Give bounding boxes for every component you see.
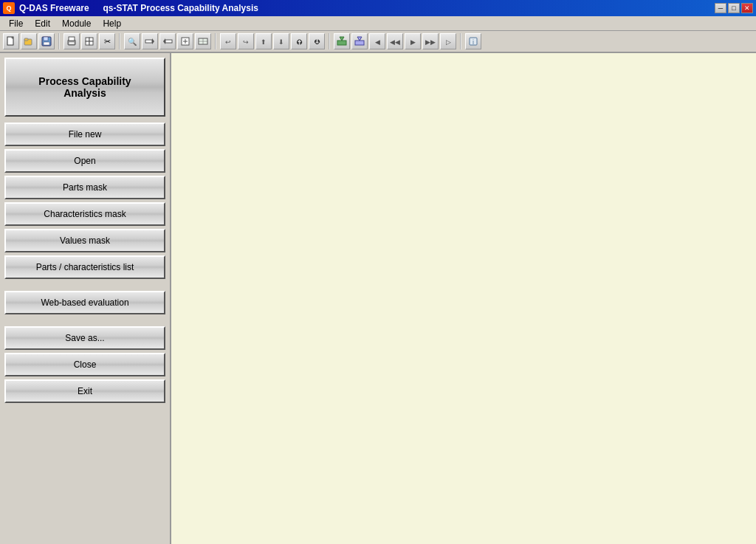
toolbar-btn13[interactable]: ↪ bbox=[238, 33, 254, 49]
toolbar-sep-4 bbox=[329, 33, 330, 49]
svg-rect-12 bbox=[86, 38, 89, 41]
toolbar-btn24[interactable]: ▷ bbox=[440, 33, 456, 49]
svg-text:◀◀: ◀◀ bbox=[390, 38, 400, 46]
close-button-sidebar[interactable]: Close bbox=[4, 353, 165, 376]
menu-file[interactable]: File bbox=[3, 17, 29, 30]
main-container: Process Capability Analysis File new Ope… bbox=[0, 53, 756, 544]
web-based-evaluation-button[interactable]: Web-based evaluation bbox=[4, 291, 165, 314]
toolbar-btn14[interactable]: ⬆ bbox=[255, 33, 272, 49]
menu-module[interactable]: Module bbox=[56, 17, 97, 30]
toolbar-btn9[interactable] bbox=[159, 33, 176, 49]
menu-edit[interactable]: Edit bbox=[29, 17, 56, 30]
svg-text:↪: ↪ bbox=[243, 38, 249, 46]
svg-text:⮋: ⮋ bbox=[314, 38, 320, 46]
svg-text:⬆: ⬆ bbox=[261, 38, 267, 46]
maximize-button[interactable]: □ bbox=[728, 3, 740, 13]
toolbar-btn7[interactable]: 🔍 bbox=[124, 33, 140, 49]
toolbar-sep-5 bbox=[460, 33, 461, 49]
exit-button[interactable]: Exit bbox=[4, 379, 165, 403]
save-as-button[interactable]: Save as... bbox=[4, 326, 165, 350]
svg-text:i: i bbox=[472, 38, 474, 46]
sidebar-spacer bbox=[4, 282, 165, 288]
toolbar-btn17[interactable]: ⮋ bbox=[309, 33, 325, 49]
svg-rect-5 bbox=[24, 38, 28, 41]
sidebar-title: Process Capability Analysis bbox=[38, 75, 131, 99]
toolbar-btn8[interactable] bbox=[142, 33, 158, 49]
svg-rect-18 bbox=[145, 40, 152, 43]
svg-text:⮉: ⮉ bbox=[296, 38, 303, 46]
svg-rect-10 bbox=[69, 37, 75, 41]
toolbar-btn18[interactable] bbox=[334, 33, 350, 49]
app-icon: Q bbox=[3, 2, 15, 14]
toolbar-save[interactable] bbox=[38, 33, 55, 49]
svg-text:⬇: ⬇ bbox=[278, 38, 284, 46]
toolbar-sep-3 bbox=[215, 33, 216, 49]
toolbar-sep-2 bbox=[119, 33, 120, 49]
svg-rect-15 bbox=[89, 41, 93, 45]
toolbar-btn15[interactable]: ⬇ bbox=[273, 33, 289, 49]
title-bar-left: Q Q-DAS Freeware qs-STAT Process Capabil… bbox=[3, 2, 258, 14]
svg-marker-35 bbox=[340, 37, 344, 41]
content-area bbox=[171, 53, 756, 544]
toolbar-btn5[interactable] bbox=[81, 33, 97, 49]
toolbar-btn25[interactable]: i bbox=[465, 33, 481, 49]
svg-text:▶▶: ▶▶ bbox=[425, 38, 436, 46]
toolbar-sep-1 bbox=[58, 33, 60, 49]
toolbar: ✂ 🔍 ↩ ↪ ⬆ ⬇ ⮉ ⮋ ◀ ◀◀ bbox=[0, 31, 756, 53]
svg-text:🔍: 🔍 bbox=[128, 37, 137, 47]
svg-rect-11 bbox=[69, 42, 75, 44]
title-bar: Q Q-DAS Freeware qs-STAT Process Capabil… bbox=[0, 0, 756, 16]
values-mask-button[interactable]: Values mask bbox=[4, 229, 165, 252]
toolbar-btn10[interactable] bbox=[177, 33, 193, 49]
toolbar-btn22[interactable]: ▶ bbox=[405, 33, 421, 49]
toolbar-btn11[interactable] bbox=[195, 33, 211, 49]
parts-characteristics-list-button[interactable]: Parts / characteristics list bbox=[4, 255, 165, 279]
svg-rect-13 bbox=[89, 38, 93, 41]
svg-rect-14 bbox=[86, 41, 89, 45]
svg-text:▶: ▶ bbox=[410, 38, 416, 46]
close-button[interactable]: ✕ bbox=[741, 3, 753, 13]
parts-mask-button[interactable]: Parts mask bbox=[4, 176, 165, 199]
toolbar-open[interactable] bbox=[21, 33, 37, 49]
toolbar-new[interactable] bbox=[3, 33, 19, 49]
svg-rect-7 bbox=[44, 37, 48, 41]
window-title: qs-STAT Process Capability Analysis bbox=[103, 3, 258, 13]
minimize-button[interactable]: ─ bbox=[715, 3, 726, 13]
svg-text:▷: ▷ bbox=[446, 38, 451, 46]
toolbar-btn21[interactable]: ◀◀ bbox=[387, 33, 403, 49]
window-controls: ─ □ ✕ bbox=[715, 3, 753, 13]
svg-text:✂: ✂ bbox=[104, 37, 111, 46]
menu-help[interactable]: Help bbox=[97, 17, 127, 30]
toolbar-btn12[interactable]: ↩ bbox=[220, 33, 236, 49]
svg-text:↩: ↩ bbox=[225, 38, 231, 46]
svg-rect-8 bbox=[44, 42, 49, 45]
toolbar-print[interactable] bbox=[63, 33, 80, 49]
sidebar-header: Process Capability Analysis bbox=[4, 58, 165, 117]
characteristics-mask-button[interactable]: Characteristics mask bbox=[4, 202, 165, 226]
toolbar-btn20[interactable]: ◀ bbox=[369, 33, 385, 49]
toolbar-btn16[interactable]: ⮉ bbox=[291, 33, 307, 49]
open-button[interactable]: Open bbox=[4, 149, 165, 173]
svg-text:◀: ◀ bbox=[375, 38, 380, 46]
sidebar-spacer-2 bbox=[4, 317, 165, 323]
toolbar-btn23[interactable]: ▶▶ bbox=[422, 33, 439, 49]
svg-marker-21 bbox=[163, 38, 165, 44]
menu-bar: File Edit Module Help bbox=[0, 16, 756, 31]
svg-rect-20 bbox=[165, 40, 172, 43]
file-new-button[interactable]: File new bbox=[4, 123, 165, 146]
toolbar-btn6[interactable]: ✂ bbox=[99, 33, 115, 49]
svg-marker-37 bbox=[357, 37, 362, 41]
toolbar-btn19[interactable] bbox=[351, 33, 368, 49]
app-name: Q-DAS Freeware bbox=[19, 3, 89, 13]
sidebar: Process Capability Analysis File new Ope… bbox=[0, 53, 171, 544]
svg-text:Q: Q bbox=[6, 4, 11, 12]
svg-marker-19 bbox=[152, 38, 154, 44]
